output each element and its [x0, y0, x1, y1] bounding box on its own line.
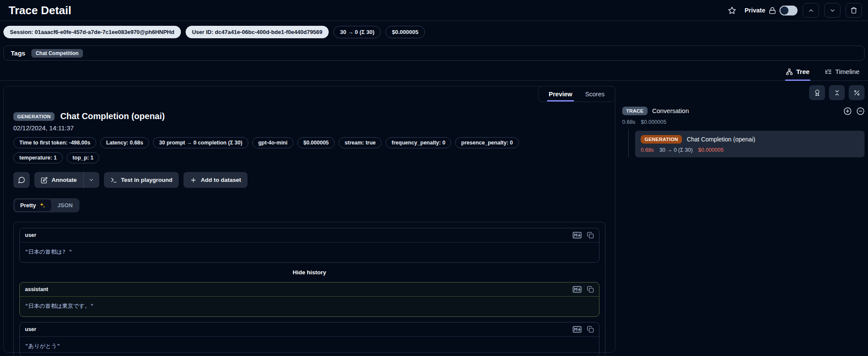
- message-content: "日本の首都は東京です。": [20, 297, 599, 316]
- annotate-button[interactable]: Annotate: [34, 172, 83, 188]
- metric-pill: temperature: 1: [13, 152, 63, 163]
- message-user-2: user "ありがとう": [19, 322, 599, 356]
- add-to-dataset-label: Add to dataset: [201, 177, 241, 183]
- markdown-toggle-button[interactable]: [572, 286, 582, 293]
- markdown-icon: [572, 286, 582, 293]
- messages-container: user "日本の首都は? ": [13, 222, 605, 356]
- user-id-badge[interactable]: User ID: dc47a41e-06bc-400d-bde1-f0e440d…: [186, 26, 329, 38]
- bookmark-star-button[interactable]: [725, 3, 740, 18]
- cost-badge: $0.000005: [385, 26, 425, 38]
- copy-button[interactable]: [587, 326, 594, 333]
- trash-icon: [850, 7, 857, 14]
- pretty-label: Pretty: [20, 202, 36, 209]
- top-actions: Private: [725, 3, 862, 18]
- collapse-all-button[interactable]: [829, 85, 845, 100]
- chevron-down-icon: [829, 7, 836, 14]
- tab-timeline[interactable]: Timeline: [824, 63, 860, 80]
- message-header: user: [20, 322, 599, 337]
- copy-icon: [587, 326, 594, 333]
- observation-timestamp: 02/12/2024, 14:11:37: [13, 124, 605, 132]
- tags-container: Tags Chat Competition: [3, 46, 865, 61]
- trace-title: Conversation: [652, 107, 839, 114]
- observation-header: GENERATION Chat Completion (openai): [13, 111, 605, 121]
- message-role: user: [25, 326, 572, 332]
- top-bar: Trace Detail Private: [0, 0, 868, 21]
- chevron-down-icon: [89, 177, 94, 183]
- plus-circle-icon: [844, 107, 852, 115]
- privacy-control: Private: [745, 6, 798, 15]
- generation-type-badge: GENERATION: [13, 112, 55, 121]
- comments-button[interactable]: [13, 172, 30, 188]
- add-to-dataset-button[interactable]: Add to dataset: [183, 172, 248, 188]
- view-tabs: Tree Timeline: [0, 63, 868, 81]
- copy-button[interactable]: [587, 232, 594, 239]
- annotate-split-button: Annotate: [34, 172, 99, 188]
- message-user-1: user "日本の首都は? ": [19, 228, 599, 263]
- metric-pill: gpt-4o-mini: [252, 137, 293, 148]
- metric-pill: Latency: 0.68s: [100, 137, 149, 148]
- metric-pill: $0.000005: [297, 137, 335, 148]
- metric-pill: 30 prompt → 0 completion (Σ 30): [153, 137, 248, 148]
- chevron-up-icon: [808, 7, 814, 14]
- node-title: Chat Completion (openai): [687, 136, 755, 143]
- toggle-knob: [780, 6, 789, 15]
- session-badge[interactable]: Session: 01aaacf6-e0fe-457d-a7de-7c1ee08…: [3, 26, 181, 38]
- tab-tree[interactable]: Tree: [785, 63, 810, 80]
- metrics-percent-button[interactable]: [849, 85, 865, 100]
- expand-all-button[interactable]: [844, 107, 852, 115]
- trace-metrics: 0.68s $0.000005: [622, 119, 865, 125]
- trace-latency: 0.68s: [622, 119, 636, 125]
- message-role: assistant: [25, 286, 572, 292]
- message-role: user: [25, 232, 572, 238]
- plus-icon: [190, 177, 197, 184]
- metric-pill: stream: true: [339, 137, 382, 148]
- message-tools: [572, 326, 594, 333]
- node-latency: 0.68s: [641, 147, 654, 153]
- scores-award-button[interactable]: [809, 85, 825, 100]
- tab-timeline-label: Timeline: [835, 68, 859, 75]
- trace-meta-row: Session: 01aaacf6-e0fe-457d-a7de-7c1ee08…: [3, 26, 865, 38]
- annotate-label: Annotate: [52, 177, 77, 183]
- tag-chip[interactable]: Chat Competition: [31, 49, 83, 58]
- test-in-playground-button[interactable]: Test in playground: [104, 172, 179, 188]
- panel-content: GENERATION Chat Completion (openai) 02/1…: [4, 86, 615, 352]
- message-header: assistant: [20, 282, 599, 297]
- delete-trace-button[interactable]: [846, 3, 862, 18]
- message-content: "日本の首都は? ": [20, 242, 599, 262]
- node-tokens: 30 → 0 (Σ 30): [660, 147, 693, 153]
- format-json-button[interactable]: JSON: [52, 199, 78, 211]
- node-metrics: 0.68s 30 → 0 (Σ 30) $0.000005: [641, 147, 859, 153]
- trace-tree-sidebar: TRACE Conversation 0.68s $0.000005 GENER…: [622, 85, 865, 157]
- page-title: Trace Detail: [9, 4, 725, 17]
- lock-icon: [769, 7, 776, 14]
- markdown-icon: [572, 232, 582, 239]
- markdown-toggle-button[interactable]: [572, 326, 582, 333]
- message-tools: [572, 286, 594, 293]
- json-label: JSON: [58, 202, 73, 209]
- format-pretty-button[interactable]: Pretty: [15, 199, 51, 211]
- collapse-node-button[interactable]: [856, 107, 865, 115]
- hide-history-button[interactable]: Hide history: [19, 268, 599, 277]
- generation-node[interactable]: GENERATION Chat Completion (openai) 0.68…: [635, 131, 865, 157]
- next-trace-button[interactable]: [824, 3, 840, 18]
- metric-pill: frequency_penalty: 0: [385, 137, 451, 148]
- copy-icon: [587, 286, 594, 293]
- list-tree-icon: [825, 68, 832, 75]
- percent-icon: [853, 89, 860, 96]
- markdown-toggle-button[interactable]: [572, 232, 582, 239]
- metric-pill: Time to first token: -498.00s: [13, 137, 96, 148]
- metric-pill: top_p: 1: [67, 152, 100, 163]
- copy-button[interactable]: [587, 286, 594, 293]
- prev-trace-button[interactable]: [803, 3, 819, 18]
- message-content: "ありがとう": [20, 337, 599, 356]
- privacy-toggle[interactable]: [779, 6, 798, 15]
- annotate-dropdown-button[interactable]: [84, 172, 99, 188]
- tags-label: Tags: [11, 49, 25, 57]
- metric-badges: Time to first token: -498.00s Latency: 0…: [13, 137, 520, 163]
- minus-circle-icon: [856, 107, 865, 115]
- award-icon: [814, 89, 821, 96]
- terminal-icon: [110, 177, 117, 184]
- trace-root-row[interactable]: TRACE Conversation: [622, 107, 865, 115]
- trace-type-badge: TRACE: [622, 107, 648, 115]
- sidebar-toolbar: [622, 85, 865, 100]
